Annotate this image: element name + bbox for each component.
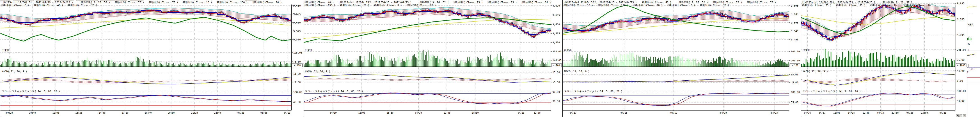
window-control-button-2[interactable]: ● <box>959 114 962 117</box>
macd-pane <box>304 74 550 83</box>
moving-averages <box>563 5 789 35</box>
volume-section-label: 出来高 <box>564 49 571 52</box>
time-label: 12:00 <box>534 111 541 114</box>
time-label: 04/23 <box>284 111 291 114</box>
time-label: 12:00 <box>444 111 450 114</box>
stochastics-pane <box>801 93 955 106</box>
legend-item: 移動平均( Close, 75 ) <box>713 1 742 4</box>
volume-bars <box>801 48 955 67</box>
volume-tick-label: 105.00 <box>957 48 966 51</box>
legend-item: 移動平均( Close, 25 ) <box>68 4 97 7</box>
legend-item: 移動平均( Close, 75 ) <box>487 1 517 4</box>
volume-bars <box>563 52 789 67</box>
macd-pane <box>0 77 291 84</box>
legend-item: 移動平均( Close, 75 ) <box>149 1 178 4</box>
time-label: 04/17 <box>570 111 576 114</box>
time-label: 04/23 <box>771 111 778 114</box>
time-label: 12:00 <box>358 111 365 114</box>
volume-tick-label: 140.00 <box>552 59 562 62</box>
price-tick-label: 9,645 <box>791 13 798 16</box>
stoch-tick-label: 90.00 <box>552 90 560 93</box>
time-label: 04/18 <box>848 111 855 114</box>
time-label: 10:40 <box>29 111 36 114</box>
partial-panel-plot[interactable]: 出来高D( <box>967 0 980 140</box>
volume-multiplier-label: × 100 <box>792 64 798 67</box>
fragment-line <box>967 69 975 73</box>
legend-item: 移動平均( Close, 75 ) <box>836 4 865 7</box>
legend-item: 移動平均( Close, 5 ) <box>374 4 402 7</box>
price-tick-label: 9,695 <box>957 2 964 5</box>
time-label: 12:00 <box>921 111 928 114</box>
panel-5min-plot[interactable]: 9,6509,6259,6009,5759,550195.0075.0011.0… <box>0 0 303 140</box>
time-label: 12:00 <box>833 111 840 114</box>
legend-item: 移動平均( Close, 25 ) <box>407 4 436 7</box>
legend-item: 移動平均( Close, 75 ) <box>453 1 483 4</box>
price-tick-label: 9,600 <box>552 23 560 26</box>
time-label: 12:00 <box>862 111 869 114</box>
fragment-label: 出来高 <box>967 24 974 26</box>
volume-tick-label: 355.00 <box>552 50 562 53</box>
window-control-button-1[interactable]: ■ <box>956 114 959 117</box>
time-label: 14:40 <box>99 111 105 114</box>
time-label: 20:00 <box>168 111 175 114</box>
legend-item: 移動平均( Close, 40 ) <box>304 1 334 4</box>
fragment-box <box>967 64 968 67</box>
stoch-section-label: スロー・ストキャスティクス( 14, 3, 80, 20 ) <box>564 90 622 93</box>
macd-pane <box>801 72 955 85</box>
price-tick-label: 9,495 <box>791 38 798 41</box>
legend-item: 日経225mini 12/06( 15分, 2012/04/13 - 2012/… <box>339 1 412 4</box>
macd-pane <box>563 75 789 82</box>
price-tick-label: 9,575 <box>293 30 301 33</box>
price-tick-label: 9,545 <box>791 30 798 33</box>
legend-item: 日経225mini 12/06( 60分, 2012/04/13 - 2012/… <box>802 1 875 4</box>
volume-section-label: 出来高 <box>803 49 810 52</box>
legend-item: 移動平均( Close, 20 ) <box>340 4 369 7</box>
time-label: 18:30 <box>387 111 393 114</box>
time-label: 18:30 <box>472 111 479 114</box>
partial-panel: 出来高D( <box>967 0 980 140</box>
time-label: 21:20 <box>191 111 198 114</box>
macd-section-label: MACD( 12, 26, 9 ) <box>2 70 27 73</box>
fragment-volume-bar <box>967 38 968 40</box>
volume-bars <box>304 50 550 67</box>
legend-item: 一目均衡表( 9, 26, 52 ) <box>78 1 110 4</box>
time-label: 04/21 <box>237 111 244 114</box>
macd-tick-label: 0.00 <box>957 79 963 82</box>
stochastics-pane <box>304 93 550 104</box>
legend-item: 日経225mini 12/06( 5分, 2012/04/19 - 2012/0… <box>2 1 73 4</box>
stoch-section-label: スロー・ストキャスティクス( 14, 3, 80, 20 ) <box>803 90 861 93</box>
window-control-button-3[interactable]: × <box>963 114 966 117</box>
panel-30min-plot[interactable]: 9,6959,6459,5959,5459,495600.00200.0035.… <box>562 0 801 140</box>
legend-item: 移動平均( Close, 75 ) <box>747 1 776 4</box>
legend-item: 日経225mini 12/06( 30分, 2012/04/13 - 2012/… <box>564 1 637 4</box>
legend-item: 移動平均( Close, 20 ) <box>633 4 663 7</box>
price-tick-label: 9,595 <box>957 18 964 21</box>
fragment-volume-bar <box>971 38 971 40</box>
stoch-tick-label: 40.00 <box>293 101 301 104</box>
stoch-tick-label: 30.00 <box>552 100 560 103</box>
macd-section-label: MACD( 12, 26, 9 ) <box>305 70 331 73</box>
time-label: 12:00 <box>52 111 59 114</box>
panel-60min-plot[interactable]: 9,6959,5959,495105.0035.0045.000.00100.0… <box>801 0 967 140</box>
volume-multiplier-label: × 100 <box>553 64 560 67</box>
volume-multiplier-label: × 100 <box>294 64 301 67</box>
panel-60min: 9,6959,5959,495105.0035.0045.000.00100.0… <box>801 0 967 140</box>
time-label: 04/20 <box>906 111 913 114</box>
legend-item: 移動平均( Close, 20 ) <box>253 1 282 4</box>
fragment-label: D( <box>967 43 970 46</box>
time-label: 01:20 <box>260 111 267 114</box>
fragment-volume-bar <box>970 39 970 40</box>
panel-15min-plot[interactable]: 9,6709,6359,6009,5659,530355.00140.0013.… <box>303 0 562 140</box>
macd-section-label: MACD( 12, 26, 9 ) <box>564 70 590 73</box>
macd-tick-label: -5.00 <box>791 81 798 84</box>
candlesticks <box>304 8 550 39</box>
stochastics-pane <box>563 93 789 106</box>
time-label: 04/19 <box>877 111 884 114</box>
time-label: 17:20 <box>121 111 128 114</box>
legend-item: 移動平均( Close, 150 ) <box>217 1 248 4</box>
legend-item: 一目均衡表( 9, 26, 52 ) <box>676 1 708 4</box>
price-tick-label: 9,550 <box>293 38 301 41</box>
stoch-tick-label: 35.00 <box>791 101 798 104</box>
macd-tick-label: 45.00 <box>957 69 964 72</box>
legend-item: 移動平均( Close, 10 ) <box>564 4 593 7</box>
